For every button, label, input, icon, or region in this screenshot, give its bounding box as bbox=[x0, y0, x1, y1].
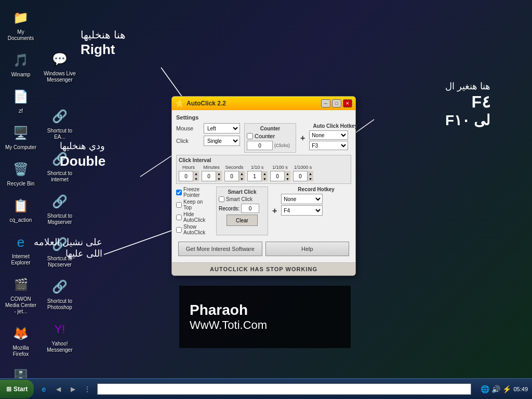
hours-down[interactable]: ▼ bbox=[193, 176, 199, 181]
interval-section: Click Interval Hours ▲ ▼ Minute bbox=[176, 155, 351, 184]
icon-yahoo-messenger[interactable]: Y! Yahoo! Messenger bbox=[42, 317, 78, 355]
icon-recycle-bin[interactable]: 🗑️ Recycle Bin bbox=[3, 157, 39, 189]
tenth-down[interactable]: ▼ bbox=[261, 176, 268, 181]
yahoo-label: Yahoo! Messenger bbox=[44, 341, 76, 353]
taskbar-nav-left[interactable]: ◀ bbox=[51, 382, 65, 396]
hours-input[interactable] bbox=[179, 171, 193, 181]
thousandth-spinbtns: ▲ ▼ bbox=[307, 171, 313, 181]
smart-click-title: Smart Click bbox=[219, 189, 265, 195]
icon-cq-action[interactable]: 📋 cq_action bbox=[3, 193, 39, 225]
hundredth-input[interactable] bbox=[271, 171, 284, 181]
tenth-label: 1/10 s bbox=[251, 165, 264, 170]
shortcut-internet-label: Shortcut to internet bbox=[44, 170, 76, 183]
show-autoclick-row: Show AutoClick bbox=[176, 224, 212, 235]
tray-network-icon[interactable]: 🌐 bbox=[481, 385, 489, 393]
taskbar-items: e ◀ ▶ ⋮ bbox=[34, 382, 476, 396]
record-hotkey-select1[interactable]: None bbox=[281, 194, 323, 204]
seconds-up[interactable]: ▲ bbox=[238, 171, 245, 176]
keep-on-top-checkbox[interactable] bbox=[176, 202, 182, 208]
minutes-col: Minutes ▲ ▼ bbox=[202, 165, 221, 181]
ie-label: Internet Explorer bbox=[5, 254, 37, 266]
desktop: 📁 My Documents 🎵 Winamp 📄 zf 🖥️ My Compu… bbox=[0, 0, 532, 378]
hundredth-label: 1/100 s bbox=[272, 165, 288, 170]
get-more-button[interactable]: Get More Interest Software bbox=[178, 242, 262, 256]
seconds-spinbtns: ▲ ▼ bbox=[238, 171, 245, 181]
record-hotkey-select2[interactable]: F4 bbox=[281, 205, 323, 216]
tray-volume-icon[interactable]: 🔊 bbox=[491, 385, 500, 393]
smart-click-checkbox[interactable] bbox=[219, 196, 224, 202]
thousandth-input[interactable] bbox=[294, 171, 307, 181]
seconds-spinner: ▲ ▼ bbox=[224, 171, 244, 181]
minutes-down[interactable]: ▼ bbox=[216, 176, 222, 181]
icon-windows-live-messenger[interactable]: 💬 Windows Live Messenger bbox=[42, 47, 78, 85]
recycle-bin-icon: 🗑️ bbox=[10, 159, 31, 180]
hundredth-up[interactable]: ▲ bbox=[284, 171, 290, 176]
icon-firefox[interactable]: 🦊 Mozilla Firefox bbox=[3, 321, 39, 360]
hotkey-select1[interactable]: None bbox=[309, 130, 348, 140]
annotation-f4-key2: لى F١٠ bbox=[445, 112, 490, 129]
hotkey-select2[interactable]: F3 bbox=[309, 141, 348, 150]
settings-header: Settings bbox=[176, 114, 351, 121]
records-input[interactable] bbox=[241, 204, 259, 213]
mouse-row: Mouse Left bbox=[176, 123, 240, 134]
minutes-input[interactable] bbox=[202, 171, 216, 181]
winamp-icon: 🎵 bbox=[10, 50, 31, 71]
icon-my-documents[interactable]: 📁 My Documents bbox=[3, 5, 39, 44]
icon-navicat[interactable]: 🗄️ Navicat for MySQL bbox=[3, 364, 39, 378]
hide-autoclick-checkbox[interactable] bbox=[176, 215, 182, 220]
yahoo-icon: Y! bbox=[49, 319, 70, 340]
tray-battery-icon[interactable]: ⚡ bbox=[502, 385, 511, 393]
icon-shortcut-photoshop[interactable]: 🔗 Shortcut to Photoshop bbox=[42, 274, 78, 313]
icon-my-computer[interactable]: 🖥️ My Computer bbox=[3, 121, 39, 153]
taskbar-ie-button[interactable]: e bbox=[36, 382, 51, 396]
records-label: Records: bbox=[219, 206, 240, 211]
mouse-select[interactable]: Left bbox=[204, 123, 240, 134]
hundredth-down[interactable]: ▼ bbox=[284, 176, 290, 181]
close-button[interactable]: ✕ bbox=[343, 99, 352, 108]
taskbar-address-bar[interactable] bbox=[97, 383, 471, 395]
hotkey-row2: F3 bbox=[309, 141, 361, 150]
smart-click-section: Smart Click Smart Click Records: Clear bbox=[216, 187, 268, 235]
icon-zf[interactable]: 📄 zf bbox=[3, 84, 39, 116]
interval-cols: Hours ▲ ▼ Minutes bbox=[179, 165, 349, 181]
icon-cowon[interactable]: 🎬 COWON Media Center - jet... bbox=[3, 272, 39, 317]
minutes-label: Minutes bbox=[203, 165, 220, 170]
help-button[interactable]: Help bbox=[265, 242, 350, 256]
annotation-f4-arabic: هنا هنغير ال bbox=[445, 81, 490, 92]
bottom-section: Freeze Pointer Keep on Top Hide AutoClic… bbox=[176, 187, 351, 235]
thousandth-down[interactable]: ▼ bbox=[307, 176, 313, 181]
tenth-input[interactable] bbox=[248, 171, 261, 181]
show-autoclick-checkbox[interactable] bbox=[176, 227, 182, 233]
click-label: Click bbox=[176, 138, 200, 144]
counter-checkbox[interactable] bbox=[247, 133, 253, 139]
maximize-button[interactable]: □ bbox=[332, 99, 341, 108]
counter-input-row: (Clicks) bbox=[247, 141, 294, 150]
counter-value-input[interactable] bbox=[247, 141, 273, 150]
start-button[interactable]: ⊞ Start bbox=[0, 380, 34, 398]
keep-on-top-row: Keep on Top bbox=[176, 199, 212, 210]
minimize-button[interactable]: ─ bbox=[321, 99, 330, 108]
shortcut-msgserver-icon: 🔗 bbox=[49, 191, 70, 212]
seconds-input[interactable] bbox=[225, 171, 238, 181]
taskbar-nav-right[interactable]: ▶ bbox=[65, 382, 80, 396]
annotation-f4-key1: F٤ bbox=[445, 92, 490, 112]
taskbar-nav-dots[interactable]: ⋮ bbox=[80, 382, 95, 396]
thousandth-up[interactable]: ▲ bbox=[307, 171, 313, 176]
my-documents-label: My Documents bbox=[5, 29, 37, 42]
icon-shortcut-msgserver[interactable]: 🔗 Shortcut to Msgserver bbox=[42, 189, 78, 228]
icon-winamp[interactable]: 🎵 Winamp bbox=[3, 48, 39, 80]
seconds-down[interactable]: ▼ bbox=[238, 176, 245, 181]
icon-shortcut-ea[interactable]: 🔗 Shortcut to EA... bbox=[42, 104, 78, 142]
zf-label: zf bbox=[19, 108, 23, 114]
firefox-label: Mozilla Firefox bbox=[5, 345, 37, 357]
hours-spinbtns: ▲ ▼ bbox=[193, 171, 199, 181]
ie-icon: e bbox=[10, 232, 31, 252]
minutes-up[interactable]: ▲ bbox=[216, 171, 222, 176]
tenth-up[interactable]: ▲ bbox=[261, 171, 268, 176]
click-select[interactable]: Single bbox=[204, 136, 240, 146]
stop-working-bar[interactable]: AUTOCLICK HAS STOP WORKING bbox=[172, 262, 355, 275]
clear-button[interactable]: Clear bbox=[227, 215, 258, 226]
freeze-pointer-checkbox[interactable] bbox=[176, 190, 182, 195]
hours-up[interactable]: ▲ bbox=[193, 171, 199, 176]
cq-action-icon: 📋 bbox=[10, 195, 31, 216]
